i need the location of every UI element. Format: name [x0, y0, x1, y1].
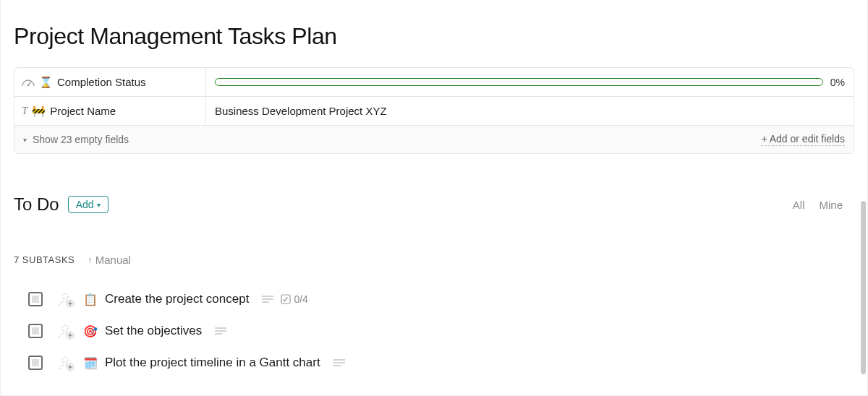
add-button-label: Add: [76, 199, 94, 210]
svg-point-2: [62, 293, 68, 299]
calendar-icon: 🗓️: [83, 356, 98, 370]
progress-bar: [215, 78, 823, 86]
task-title[interactable]: Set the objectives: [105, 324, 202, 338]
task-row[interactable]: 📋 Create the project concept 0/4: [14, 283, 854, 315]
task-title[interactable]: Create the project concept: [105, 292, 249, 306]
progress-percent: 0%: [830, 77, 845, 88]
subtask-counter: 0/4: [281, 293, 307, 305]
hourglass-icon: ⌛: [39, 76, 53, 89]
svg-line-1: [28, 82, 31, 85]
scrollbar[interactable]: [861, 201, 866, 374]
field-label-completion: ⌛ Completion Status: [14, 68, 206, 96]
project-name-value[interactable]: Business Development Project XYZ: [206, 97, 854, 125]
text-type-icon: T: [22, 105, 27, 117]
sort-mode[interactable]: ↑ Manual: [88, 254, 131, 266]
todo-header: To Do Add ▾ All Mine: [2, 194, 866, 215]
task-row[interactable]: 🎯 Set the objectives: [14, 315, 854, 347]
filter-mine[interactable]: Mine: [819, 199, 843, 211]
task-list: 📋 Create the project concept 0/4 🎯 Set t…: [2, 283, 866, 379]
todo-filters: All Mine: [793, 199, 843, 211]
filter-all[interactable]: All: [793, 199, 805, 211]
page-title: Project Management Tasks Plan: [2, 0, 866, 67]
description-icon: [262, 295, 273, 304]
construction-icon: 🚧: [32, 105, 46, 118]
svg-point-10: [62, 325, 68, 331]
assignee-add-icon[interactable]: [57, 354, 75, 371]
project-name-text: Business Development Project XYZ: [215, 105, 387, 117]
assignee-add-icon[interactable]: [57, 290, 75, 308]
target-icon: 🎯: [83, 324, 98, 338]
arrow-up-icon: ↑: [88, 254, 93, 265]
assignee-add-icon[interactable]: [57, 322, 75, 340]
clipboard-icon: 📋: [83, 293, 98, 306]
checkbox-icon: [281, 294, 291, 304]
field-row-completion[interactable]: ⌛ Completion Status 0%: [14, 68, 854, 97]
todo-heading: To Do: [14, 194, 59, 215]
description-icon: [215, 327, 226, 335]
field-row-project-name[interactable]: T 🚧 Project Name Business Development Pr…: [14, 97, 854, 126]
svg-point-17: [62, 357, 68, 363]
show-empty-label: Show 23 empty fields: [33, 134, 129, 145]
task-checkbox[interactable]: [28, 324, 43, 338]
fields-table: ⌛ Completion Status 0% T 🚧 Project Name …: [14, 67, 854, 154]
task-title[interactable]: Plot the project timeline in a Gantt cha…: [105, 356, 320, 370]
completion-label: Completion Status: [57, 76, 146, 88]
task-row[interactable]: 🗓️ Plot the project timeline in a Gantt …: [14, 347, 854, 379]
chevron-down-icon: ▾: [97, 201, 101, 209]
subtasks-count: 7 SUBTASKS: [14, 254, 75, 265]
project-name-label: Project Name: [50, 105, 116, 117]
sort-label: Manual: [95, 254, 131, 266]
completion-value[interactable]: 0%: [206, 68, 854, 96]
task-checkbox[interactable]: [28, 292, 43, 306]
chevron-down-icon: ▾: [23, 136, 27, 144]
subtasks-bar: 7 SUBTASKS ↑ Manual: [2, 254, 866, 266]
subtask-counter-text: 0/4: [294, 293, 307, 305]
field-label-project-name: T 🚧 Project Name: [14, 97, 206, 125]
task-checkbox[interactable]: [28, 356, 43, 370]
add-edit-fields[interactable]: + Add or edit fields: [761, 133, 845, 146]
fields-footer: ▾ Show 23 empty fields + Add or edit fie…: [14, 126, 854, 153]
gauge-icon: [22, 78, 35, 87]
description-icon: [333, 358, 345, 367]
add-button[interactable]: Add ▾: [68, 196, 109, 213]
show-empty-fields[interactable]: ▾ Show 23 empty fields: [23, 134, 129, 145]
